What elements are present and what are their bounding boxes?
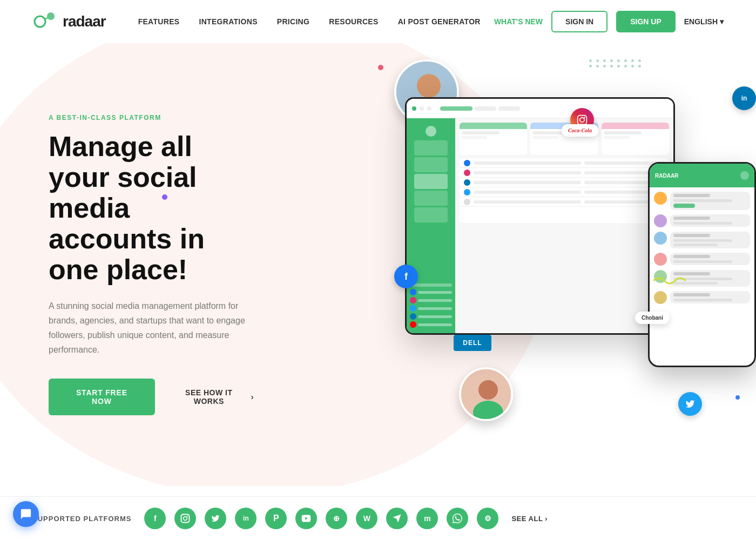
phone-header: RADAAR bbox=[650, 164, 754, 187]
bottom-bar: SUPPORTED PLATFORMS f in P ⊕ W m ⚙ bbox=[0, 496, 756, 540]
see-all-button[interactable]: SEE ALL › bbox=[511, 515, 548, 523]
chat-item bbox=[654, 253, 750, 266]
linkedin-float-icon: in bbox=[732, 86, 756, 110]
chevron-down-icon: ▾ bbox=[720, 17, 724, 26]
chat-bubble bbox=[670, 214, 750, 227]
chat-avatar bbox=[654, 192, 667, 205]
dot bbox=[631, 59, 634, 62]
platform-settings[interactable]: ⚙ bbox=[477, 508, 498, 529]
dot bbox=[610, 65, 613, 68]
dot bbox=[624, 65, 627, 68]
platform-twitter[interactable] bbox=[205, 508, 226, 529]
dot bbox=[617, 59, 620, 62]
svg-point-13 bbox=[184, 517, 187, 521]
search-icon bbox=[740, 171, 749, 180]
stat-label bbox=[532, 136, 558, 139]
sidebar-panel bbox=[407, 118, 455, 333]
card-header bbox=[602, 123, 669, 129]
dell-brand-bubble: DELL bbox=[454, 335, 491, 351]
platform-wordpress[interactable]: W bbox=[356, 508, 377, 529]
navbar: radaar FEATURES INTEGRATIONS PRICING RES… bbox=[0, 0, 756, 43]
platform-instagram[interactable] bbox=[174, 508, 196, 529]
tablet-body bbox=[407, 118, 673, 333]
svg-point-4 bbox=[417, 74, 441, 98]
message-text bbox=[673, 199, 732, 202]
sidebar-item bbox=[414, 191, 448, 206]
message-text bbox=[673, 244, 718, 246]
platform-linkedin[interactable]: in bbox=[235, 508, 256, 529]
platform-label bbox=[418, 323, 452, 326]
platform-youtube[interactable] bbox=[295, 508, 317, 529]
stat-value bbox=[604, 131, 642, 134]
sign-in-button[interactable]: SIGN IN bbox=[551, 11, 608, 32]
sign-up-button[interactable]: SIGN UP bbox=[616, 11, 676, 32]
see-all-label: SEE ALL bbox=[511, 515, 543, 523]
chat-bubble bbox=[670, 192, 750, 210]
instagram-icon bbox=[410, 297, 416, 303]
dashboard-mockup: RADAAR bbox=[389, 54, 756, 443]
card-header bbox=[460, 123, 527, 129]
user-avatar-2 bbox=[459, 367, 513, 421]
nav-ai-post-generator[interactable]: AI POST GENERATOR bbox=[398, 17, 481, 26]
sender-name bbox=[673, 293, 710, 296]
chat-item bbox=[654, 232, 750, 248]
dot bbox=[638, 59, 641, 62]
list-text bbox=[474, 200, 581, 204]
dot bbox=[603, 65, 606, 68]
list-text bbox=[474, 191, 581, 194]
svg-point-10 bbox=[580, 118, 584, 122]
stat-value bbox=[462, 131, 500, 134]
message-badge bbox=[673, 204, 695, 208]
list-item bbox=[460, 197, 669, 207]
facebook-float-icon: f bbox=[394, 265, 418, 288]
nav-features[interactable]: FEATURES bbox=[138, 17, 180, 26]
dots-decoration bbox=[589, 59, 643, 68]
nav-pricing[interactable]: PRICING bbox=[277, 17, 309, 26]
phone-app-name: RADAAR bbox=[655, 173, 678, 179]
svg-rect-12 bbox=[181, 515, 190, 523]
hero-description: A stunning social media management platf… bbox=[49, 299, 254, 357]
supported-platforms-label: SUPPORTED PLATFORMS bbox=[32, 515, 131, 523]
platform-facebook[interactable]: f bbox=[144, 508, 166, 529]
chat-icon bbox=[20, 508, 32, 520]
sender-name bbox=[673, 255, 710, 258]
see-how-it-works-button[interactable]: SEE HOW IT WORKS › bbox=[170, 388, 254, 406]
chat-widget-button[interactable] bbox=[13, 501, 39, 527]
whats-new-link[interactable]: WHAT'S NEW bbox=[494, 17, 543, 26]
list-item bbox=[460, 168, 669, 178]
nav-integrations[interactable]: INTEGRATIONS bbox=[199, 17, 257, 26]
list-item bbox=[460, 178, 669, 187]
platform-telegram[interactable] bbox=[386, 508, 408, 529]
nav-resources[interactable]: RESOURCES bbox=[329, 17, 378, 26]
svg-rect-9 bbox=[578, 116, 587, 125]
message-list bbox=[460, 158, 669, 223]
platform-label bbox=[418, 315, 452, 318]
chat-item bbox=[654, 291, 750, 304]
platform-messenger[interactable]: m bbox=[416, 508, 438, 529]
dot bbox=[589, 59, 592, 62]
list-text bbox=[474, 171, 581, 174]
phone-screen: RADAAR bbox=[648, 162, 756, 367]
language-selector[interactable]: ENGLISH ▾ bbox=[684, 17, 724, 26]
sidebar-item bbox=[414, 157, 448, 172]
platform-whatsapp[interactable] bbox=[447, 508, 468, 529]
tablet-header bbox=[407, 99, 673, 118]
avatar bbox=[464, 199, 470, 205]
platform-groups[interactable]: ⊕ bbox=[326, 508, 347, 529]
chat-bubble bbox=[670, 253, 750, 265]
tab-indicator bbox=[420, 106, 424, 111]
hero-content: A BEST-IN-CLASS PLATFORM Manage all your… bbox=[0, 114, 302, 416]
message-text bbox=[673, 239, 732, 242]
dot bbox=[596, 65, 599, 68]
start-free-button[interactable]: START FREE NOW bbox=[49, 379, 155, 415]
dot bbox=[638, 65, 641, 68]
tab-indicator bbox=[412, 106, 416, 111]
dot bbox=[631, 65, 634, 68]
logo[interactable]: radaar bbox=[32, 9, 106, 35]
platform-pinterest[interactable]: P bbox=[265, 508, 287, 529]
hero-illustration: RADAAR bbox=[389, 54, 756, 443]
chat-avatar bbox=[654, 291, 667, 304]
svg-point-7 bbox=[478, 380, 498, 400]
platform-label bbox=[418, 291, 452, 294]
chobani-brand-bubble: Chobani bbox=[635, 312, 670, 324]
